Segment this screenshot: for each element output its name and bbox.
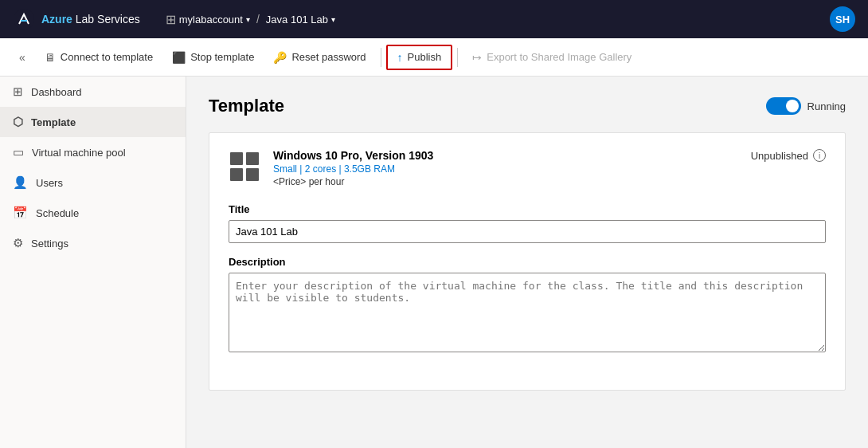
stop-icon: ⬛	[172, 51, 186, 64]
content-area: Template Running Windows 10 Pro, Version…	[186, 77, 868, 448]
settings-icon: ⚙	[13, 236, 23, 250]
topbar-lab[interactable]: Java 101 Lab ▾	[266, 14, 335, 26]
export-to-sig-button[interactable]: ↦ Export to Shared Image Gallery	[463, 46, 641, 69]
sidebar-item-settings[interactable]: ⚙ Settings	[0, 228, 186, 258]
account-icon: ⊞	[166, 12, 176, 27]
topbar: Azure Lab Services ⊞ mylabaccount ▾ / Ja…	[0, 0, 868, 38]
toolbar-divider	[381, 48, 381, 67]
description-textarea[interactable]	[229, 273, 826, 352]
svg-rect-4	[246, 168, 259, 181]
running-toggle[interactable]	[766, 97, 801, 115]
sidebar-item-users[interactable]: 👤 Users	[0, 167, 186, 198]
stop-template-button[interactable]: ⬛ Stop template	[162, 46, 264, 69]
sidebar-item-schedule[interactable]: 📅 Schedule	[0, 198, 186, 228]
users-icon: 👤	[13, 175, 28, 190]
sidebar-item-label: Settings	[31, 238, 68, 250]
vm-price: <Price> per hour	[273, 176, 738, 187]
azure-logo-icon	[13, 8, 35, 30]
lab-chevron-icon: ▾	[331, 15, 335, 24]
collapse-icon: «	[19, 51, 25, 64]
vm-status-text: Unpublished	[751, 150, 808, 162]
page-title-row: Template Running	[209, 96, 846, 116]
account-chevron-icon: ▾	[246, 15, 250, 24]
dashboard-icon: ⊞	[13, 84, 23, 99]
svg-rect-1	[230, 152, 243, 165]
topbar-account[interactable]: mylabaccount ▾	[179, 14, 250, 26]
title-input[interactable]	[229, 220, 826, 243]
page-title: Template	[209, 96, 284, 116]
connect-icon: 🖥	[45, 51, 56, 64]
sidebar-item-label: Users	[36, 177, 63, 189]
reset-icon: 🔑	[273, 51, 287, 64]
description-field-group: Description	[229, 256, 826, 355]
svg-rect-3	[230, 168, 243, 181]
svg-rect-2	[246, 152, 259, 165]
toggle-label: Running	[807, 100, 846, 112]
publish-button[interactable]: ↑ Publish	[386, 45, 453, 70]
title-label: Title	[229, 203, 826, 215]
toolbar-divider-2	[457, 48, 458, 67]
sidebar-collapse-button[interactable]: «	[10, 51, 35, 64]
vm-name: Windows 10 Pro, Version 1903	[273, 149, 738, 162]
status-info-icon[interactable]: i	[813, 149, 826, 162]
vm-info-row: Windows 10 Pro, Version 1903 Small | 2 c…	[229, 149, 826, 187]
topbar-logo: Azure Lab Services	[13, 8, 140, 30]
sidebar-item-label: Virtual machine pool	[32, 147, 126, 159]
vm-pool-icon: ▭	[13, 145, 24, 159]
sidebar-item-label: Template	[31, 116, 76, 128]
export-icon: ↦	[472, 51, 482, 64]
template-card: Windows 10 Pro, Version 1903 Small | 2 c…	[209, 132, 846, 391]
sidebar-item-label: Dashboard	[31, 86, 82, 98]
vm-details: Windows 10 Pro, Version 1903 Small | 2 c…	[273, 149, 738, 187]
topbar-path-separator: /	[256, 13, 260, 26]
publish-icon: ↑	[397, 51, 403, 64]
avatar[interactable]: SH	[830, 6, 855, 32]
windows-logo-icon	[229, 151, 260, 183]
sidebar-item-label: Schedule	[36, 207, 79, 219]
topbar-logo-text: Azure Lab Services	[41, 13, 140, 26]
template-icon: ⬡	[13, 115, 23, 129]
toolbar: « 🖥 Connect to template ⬛ Stop template …	[0, 38, 868, 77]
sidebar: ⊞ Dashboard ⬡ Template ▭ Virtual machine…	[0, 77, 186, 448]
connect-to-template-button[interactable]: 🖥 Connect to template	[35, 46, 162, 69]
sidebar-item-template[interactable]: ⬡ Template	[0, 107, 186, 137]
vm-status: Unpublished i	[751, 149, 826, 162]
main-layout: ⊞ Dashboard ⬡ Template ▭ Virtual machine…	[0, 77, 868, 448]
vm-spec: Small | 2 cores | 3.5GB RAM	[273, 163, 738, 175]
reset-password-button[interactable]: 🔑 Reset password	[264, 46, 375, 69]
schedule-icon: 📅	[13, 206, 28, 220]
svg-point-0	[14, 9, 34, 29]
topbar-account-section: ⊞ mylabaccount ▾ / Java 101 Lab ▾	[166, 12, 335, 27]
title-field-group: Title	[229, 203, 826, 243]
toggle-row: Running	[766, 97, 846, 115]
sidebar-item-dashboard[interactable]: ⊞ Dashboard	[0, 77, 186, 107]
description-label: Description	[229, 256, 826, 268]
sidebar-item-vm-pool[interactable]: ▭ Virtual machine pool	[0, 137, 186, 167]
